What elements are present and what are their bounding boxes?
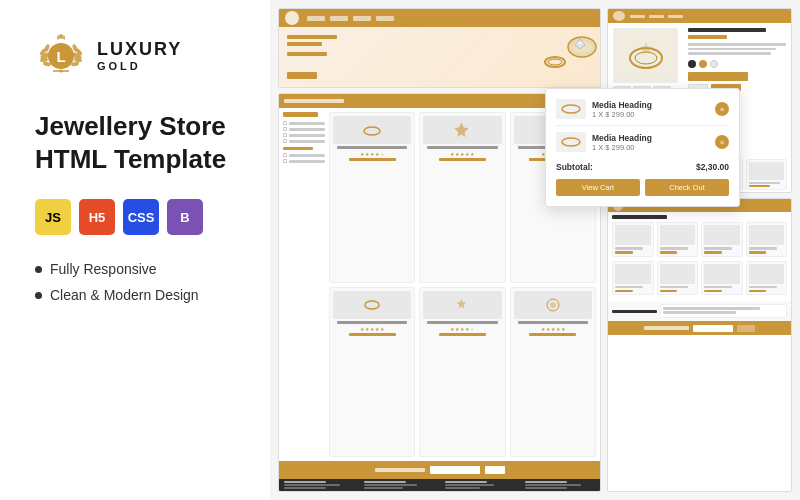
footer-line bbox=[284, 487, 326, 489]
svg-marker-11 bbox=[57, 34, 61, 40]
mockup-container: ★★★★★ ★★★★★ bbox=[270, 0, 800, 500]
filter-checkbox bbox=[283, 153, 287, 157]
add-to-cart-button[interactable] bbox=[688, 72, 748, 81]
footer-col bbox=[284, 481, 354, 490]
product-main-image bbox=[613, 28, 678, 83]
similar-card-image bbox=[615, 264, 651, 284]
popular-grid bbox=[612, 222, 787, 257]
filter-sidebar bbox=[283, 112, 325, 457]
bullet-icon bbox=[35, 292, 42, 299]
cat-newsletter-text bbox=[644, 326, 689, 330]
popular-card-name bbox=[660, 247, 688, 250]
popular-section-title bbox=[612, 215, 667, 219]
cart-subtotal: Subtotal: $2,30.00 bbox=[556, 162, 729, 172]
view-cart-button[interactable]: View Cart bbox=[556, 179, 640, 196]
svg-point-31 bbox=[550, 302, 556, 308]
footer-col bbox=[525, 481, 595, 490]
similar-card-name bbox=[704, 286, 732, 289]
svg-point-36 bbox=[562, 138, 580, 146]
similar-card-price bbox=[615, 290, 633, 293]
bullet-icon bbox=[35, 266, 42, 273]
product-name bbox=[337, 321, 407, 324]
footer-col-title bbox=[284, 481, 326, 484]
product-detail-title bbox=[688, 28, 766, 32]
similar-card-image bbox=[704, 264, 740, 284]
brand-name: LUXURY GOLD bbox=[97, 40, 182, 72]
popular-card-name bbox=[615, 247, 643, 250]
css3-badge: CSS bbox=[123, 199, 159, 235]
footer-col-title bbox=[445, 481, 487, 484]
similar-card-image bbox=[749, 264, 785, 284]
cat-newsletter bbox=[608, 321, 791, 335]
popular-card bbox=[657, 222, 699, 257]
cart-item: Media Heading 1 X $ 299.00 × bbox=[556, 99, 729, 126]
detail-nav-link bbox=[649, 15, 664, 18]
hero-text-line bbox=[287, 52, 327, 56]
similar-card-price bbox=[660, 290, 678, 293]
svg-point-21 bbox=[548, 59, 562, 65]
logo-area: L LUXURY GOLD bbox=[35, 30, 235, 82]
svg-marker-25 bbox=[455, 123, 469, 137]
testimonial-text bbox=[663, 307, 760, 310]
html5-badge: H5 bbox=[79, 199, 115, 235]
feature-item-design: Clean & Modern Design bbox=[35, 287, 235, 303]
feature-item-responsive: Fully Responsive bbox=[35, 261, 235, 277]
nav-links bbox=[307, 16, 394, 21]
cart-item-info: Media Heading 1 X $ 299.00 bbox=[592, 133, 709, 152]
similar-card-name bbox=[615, 286, 643, 289]
color-swatch-gold bbox=[699, 60, 707, 68]
cart-item: Media Heading 1 X $ 299.00 × bbox=[556, 132, 729, 158]
filter-item bbox=[283, 127, 325, 131]
popular-card-image bbox=[660, 225, 696, 245]
svg-point-24 bbox=[364, 127, 380, 135]
footer-col-title bbox=[525, 481, 567, 484]
cart-popup: Media Heading 1 X $ 299.00 × Media Headi… bbox=[545, 88, 740, 207]
cart-remove-button[interactable]: × bbox=[715, 102, 729, 116]
filter-label bbox=[289, 140, 325, 143]
product-image bbox=[333, 291, 411, 319]
filter-checkbox bbox=[283, 127, 287, 131]
product-image bbox=[423, 291, 501, 319]
js-badge: JS bbox=[35, 199, 71, 235]
svg-marker-29 bbox=[457, 298, 467, 308]
testimonial-section bbox=[608, 301, 791, 321]
filter-title bbox=[283, 112, 318, 117]
product-image bbox=[423, 116, 501, 144]
product-card: ★★★★★ bbox=[419, 112, 505, 283]
bootstrap-badge: B bbox=[167, 199, 203, 235]
filter-item bbox=[283, 159, 325, 163]
popular-card-image bbox=[704, 225, 740, 245]
nav-logo bbox=[285, 11, 299, 25]
product-price bbox=[349, 158, 396, 161]
similar-card-name bbox=[660, 286, 688, 289]
screenshot-side bbox=[607, 8, 792, 492]
footer-line bbox=[364, 484, 417, 486]
popular-card-price bbox=[704, 251, 722, 254]
similar-card-price bbox=[749, 290, 767, 293]
cart-remove-button[interactable]: × bbox=[715, 135, 729, 149]
detail-nav-bar bbox=[608, 9, 791, 23]
svg-point-28 bbox=[365, 301, 379, 309]
popular-card-price bbox=[615, 251, 633, 254]
popular-card bbox=[612, 222, 654, 257]
similar-card-image bbox=[660, 264, 696, 284]
testimonial-author bbox=[663, 311, 736, 314]
filter-label bbox=[289, 160, 325, 163]
testimonial-title bbox=[612, 310, 657, 313]
popular-card-image bbox=[749, 225, 785, 245]
footer-line bbox=[445, 487, 480, 489]
svg-marker-12 bbox=[61, 34, 65, 40]
similar-card bbox=[612, 261, 654, 296]
cart-actions: View Cart Check Out bbox=[556, 179, 729, 196]
checkout-button[interactable]: Check Out bbox=[645, 179, 729, 196]
related-name bbox=[749, 182, 781, 184]
filter-checkbox bbox=[283, 159, 287, 163]
similar-card bbox=[701, 261, 743, 296]
filter-item bbox=[283, 121, 325, 125]
screenshot-main: ★★★★★ ★★★★★ bbox=[278, 8, 601, 492]
nav-link bbox=[330, 16, 348, 21]
footer-col-title bbox=[364, 481, 406, 484]
filter-label bbox=[289, 128, 325, 131]
desc-line bbox=[688, 48, 776, 51]
svg-text:L: L bbox=[56, 48, 65, 65]
